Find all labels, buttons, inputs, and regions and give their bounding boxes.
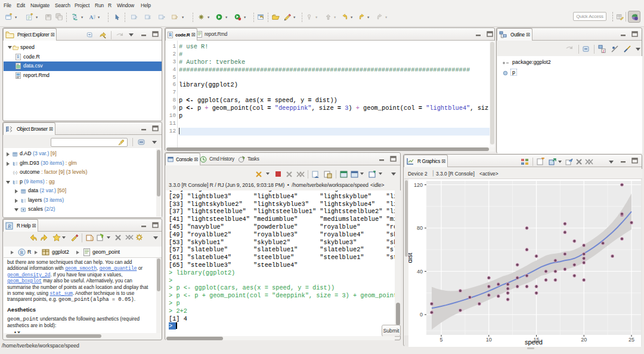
- svg-text:10: 10: [486, 337, 492, 343]
- svg-text:R: R: [7, 223, 11, 229]
- svg-text:z: z: [602, 49, 604, 53]
- svg-text:25: 25: [628, 337, 634, 343]
- svg-text:A: A: [89, 14, 94, 20]
- svg-text:dist: dist: [408, 253, 413, 263]
- svg-text:R: R: [17, 54, 20, 59]
- svg-text:0: 0: [420, 312, 423, 318]
- svg-text:R: R: [20, 250, 23, 256]
- svg-text:speed: speed: [525, 338, 543, 346]
- svg-text:80: 80: [417, 225, 423, 231]
- svg-text:5: 5: [439, 337, 442, 343]
- svg-text:120: 120: [414, 182, 423, 188]
- svg-text:40: 40: [417, 269, 423, 275]
- svg-text:20: 20: [581, 337, 587, 343]
